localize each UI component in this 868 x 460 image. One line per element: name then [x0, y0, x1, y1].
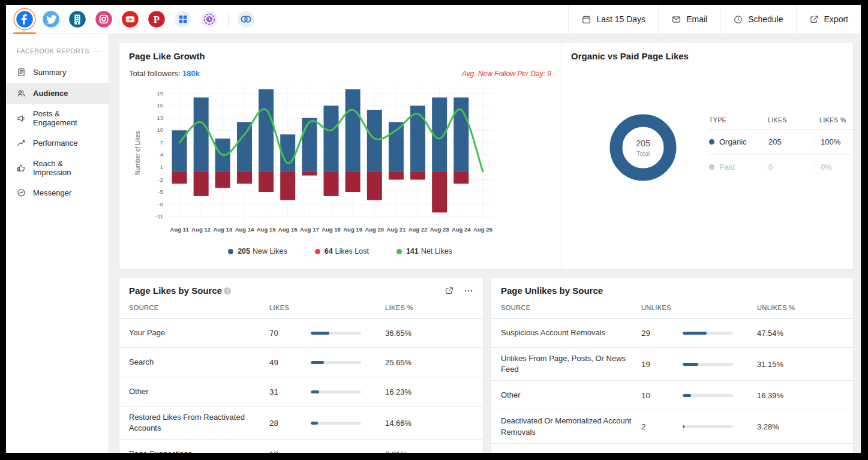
- sidebar-item-summary[interactable]: Summary: [6, 62, 109, 83]
- donut-total-value: 205: [636, 139, 650, 148]
- svg-text:Aug 13: Aug 13: [213, 226, 232, 233]
- source-bar: [683, 363, 757, 366]
- svg-text:Aug 24: Aug 24: [452, 226, 471, 233]
- legend-label: Likes Lost: [335, 247, 369, 255]
- channel-divider: [228, 12, 229, 26]
- growth-chart-legend: 205New Likes64Likes Lost141Net Likes: [129, 247, 551, 255]
- source-name: Other: [129, 386, 269, 397]
- email-button[interactable]: Email: [658, 5, 720, 34]
- app-window: P Last 15 DaysEmailScheduleExport FACEBO…: [6, 5, 861, 453]
- svg-text:Aug 21: Aug 21: [387, 226, 406, 233]
- type-dot: [709, 164, 714, 170]
- last-15-days-button[interactable]: Last 15 Days: [568, 5, 658, 34]
- likes-value: 205: [762, 137, 814, 146]
- table-row: Other 10 16.39%: [491, 380, 853, 410]
- likes-table-header: SOURCE LIKES LIKES %: [119, 297, 483, 318]
- source-bar: [311, 332, 385, 335]
- main-area: FACEBOOK REPORTS SummaryAudiencePosts & …: [6, 34, 861, 453]
- svg-text:-2: -2: [158, 176, 163, 183]
- legend-dot: [228, 249, 233, 254]
- sidebar-items: SummaryAudiencePosts & EngagementPerform…: [6, 62, 109, 203]
- table-row: Deactivated Or Memorialized Account Remo…: [491, 410, 853, 443]
- organic-paid-table: TYPE LIKES LIKES % Organic 205 100%Paid …: [708, 116, 861, 179]
- source-name: Suspicious Account Removals: [501, 327, 641, 338]
- organic-table-row-organic: Organic 205 100%: [708, 130, 861, 154]
- linkedin-icon[interactable]: [67, 9, 88, 29]
- likes-card-header: Page Likes by Source?: [119, 278, 483, 297]
- source-bar: [683, 425, 757, 428]
- organic-table-row-paid: Paid 0 0%: [708, 154, 861, 179]
- facebook-icon[interactable]: [14, 9, 35, 29]
- svg-text:Aug 19: Aug 19: [343, 226, 362, 233]
- schedule-button[interactable]: Schedule: [720, 5, 795, 34]
- clock-ring-icon[interactable]: [199, 9, 220, 29]
- table-row: Other 31 16.23%: [119, 377, 483, 406]
- organic-donut: 205 Total: [605, 109, 681, 186]
- youtube-icon[interactable]: [120, 9, 140, 29]
- sidebar-item-messenger[interactable]: Messenger: [6, 182, 109, 203]
- help-icon[interactable]: ?: [224, 287, 231, 294]
- col-likes: LIKES: [762, 116, 813, 124]
- avg-new-follow-note: Avg. New Follow Per Day: 9: [462, 70, 551, 78]
- source-name: Your Page: [129, 327, 269, 338]
- table-row: Search 49 25.65%: [119, 347, 483, 377]
- source-bar: [311, 390, 385, 393]
- organic-vs-paid-body: 205 Total TYPE LIKES LIKES % Organic: [571, 109, 861, 186]
- sidebar-item-performance[interactable]: Performance: [6, 133, 109, 154]
- col-likes-pct: LIKES %: [813, 116, 861, 124]
- button-label: Last 15 Days: [596, 14, 645, 24]
- legend-value: 205: [238, 247, 250, 255]
- svg-text:Aug 23: Aug 23: [430, 226, 449, 233]
- likes-pct: 0%: [814, 163, 861, 172]
- source-pct: 25.65%: [385, 358, 473, 367]
- pinterest-icon[interactable]: P: [146, 9, 167, 29]
- growth-chart-svg: 19161310741-2-5-8-11Number of LikesAug 1…: [129, 79, 501, 242]
- svg-text:Number of Likes: Number of Likes: [134, 131, 141, 175]
- sidebar-item-posts-engagement[interactable]: Posts & Engagement: [6, 104, 109, 133]
- svg-text:1: 1: [160, 164, 163, 170]
- source-value: 29: [641, 329, 683, 338]
- svg-text:-5: -5: [158, 188, 163, 195]
- twitter-icon[interactable]: [41, 9, 61, 29]
- source-name: Search: [129, 357, 269, 368]
- sidebar-item-label: Messenger: [33, 188, 71, 197]
- source-pct: 3.28%: [757, 422, 843, 431]
- source-value: 31: [269, 387, 311, 396]
- more-options-icon[interactable]: [464, 286, 473, 296]
- total-followers-value: 180k: [182, 69, 200, 78]
- source-bar: [311, 422, 385, 425]
- source-name: Unlikes From Page, Posts, Or News Feed: [501, 353, 641, 375]
- col-likes: LIKES: [269, 304, 385, 311]
- source-name: Other: [501, 390, 641, 401]
- legend-item-likes-lost: 64Likes Lost: [315, 247, 369, 255]
- instagram-icon[interactable]: [94, 9, 114, 29]
- apps-grid-icon[interactable]: [173, 9, 193, 29]
- legend-label: Net Likes: [421, 247, 452, 255]
- sidebar-item-audience[interactable]: Audience: [6, 83, 109, 104]
- source-bar: [683, 394, 757, 397]
- open-detail-icon[interactable]: [444, 286, 454, 296]
- legend-label: New Likes: [253, 247, 287, 255]
- thumb-icon: [16, 163, 26, 173]
- growth-subheader: Total followers:180k Avg. New Follow Per…: [129, 69, 551, 78]
- col-source: SOURCE: [501, 304, 641, 311]
- type-dot: [709, 139, 714, 145]
- unlikes-table-body: Suspicious Account Removals 29 47.54%Unl…: [491, 318, 853, 453]
- linked-rings-icon[interactable]: [236, 9, 256, 29]
- bottom-cards: Page Likes by Source? SOURCE LIKES LIKES…: [119, 277, 854, 453]
- button-label: Export: [824, 14, 848, 24]
- likes-table-body: Your Page 70 36.65%Search 49 25.65%Other…: [119, 318, 483, 453]
- likes-card-actions: [444, 286, 473, 296]
- sidebar-item-reach-impression[interactable]: Reach & Impression: [6, 154, 109, 182]
- svg-text:4: 4: [160, 151, 163, 158]
- people-icon: [16, 88, 26, 98]
- svg-text:Aug 12: Aug 12: [191, 226, 211, 233]
- type-label: Organic: [719, 137, 747, 146]
- sidebar-item-label: Performance: [33, 139, 77, 148]
- export-button[interactable]: Export: [796, 5, 861, 34]
- sidebar-item-label: Reach & Impression: [33, 159, 103, 177]
- chat-icon: [16, 188, 26, 198]
- svg-text:Aug 16: Aug 16: [278, 226, 298, 233]
- source-name: Restored Likes From Reactivated Accounts: [129, 412, 269, 434]
- col-type: TYPE: [708, 116, 762, 124]
